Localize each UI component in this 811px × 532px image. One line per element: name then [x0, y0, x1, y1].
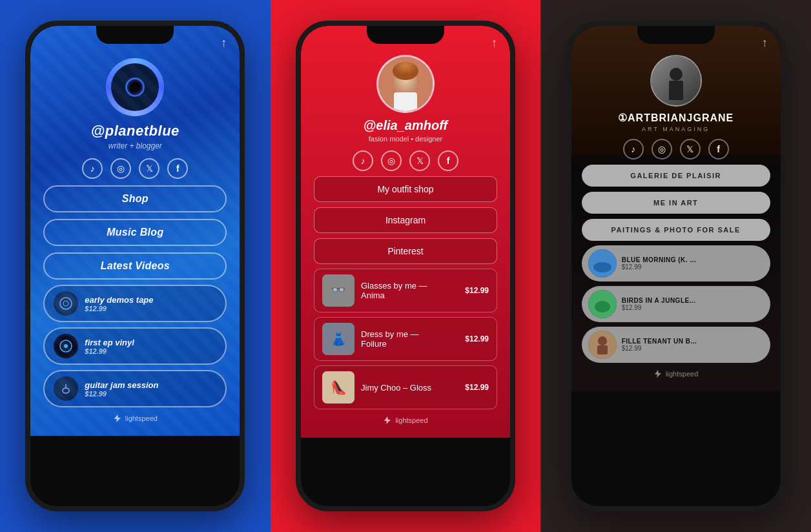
svg-rect-9: [394, 92, 417, 111]
twitter-icon-2[interactable]: 𝕏: [409, 150, 430, 171]
svg-point-4: [63, 388, 69, 393]
phone2-screen: ↑: [301, 26, 510, 438]
product-price-birds: $12.99: [622, 304, 764, 311]
facebook-icon-1[interactable]: f: [167, 158, 188, 179]
tiktok-icon-1[interactable]: ♪: [82, 158, 103, 179]
product-glasses[interactable]: 👓 Glasses by me —Anima $12.99: [314, 269, 497, 312]
avatar-3: [650, 55, 702, 107]
product-thumb-dress: 👗: [322, 323, 354, 355]
phone-1: ↑ @planetblue writer + blogger ♪ ◎ 𝕏 f S…: [25, 21, 245, 511]
social-row-1: ♪ ◎ 𝕏 f: [82, 158, 188, 179]
product-thumb-blue: [588, 249, 617, 278]
share-button-3[interactable]: ↑: [762, 36, 768, 50]
product-price-blue-morning: $12.99: [622, 263, 764, 271]
galerie-link[interactable]: GALERIE DE PLAISIR: [582, 165, 770, 187]
product-thumb-birds: [588, 290, 617, 318]
lightspeed-footer-1: lightspeed: [113, 407, 158, 423]
product-thumb-guitar: [54, 376, 78, 401]
lightspeed-logo-icon-2: [383, 416, 392, 425]
lightspeed-logo-icon-1: [113, 414, 122, 423]
svg-point-1: [63, 301, 68, 306]
twitter-icon-3[interactable]: 𝕏: [680, 139, 701, 159]
tagline-2: fasion model • designer: [369, 135, 443, 143]
product-blue-morning[interactable]: BLUE MORNING (K. ... $12.99: [582, 245, 770, 281]
twitter-icon-1[interactable]: 𝕏: [139, 158, 159, 179]
product-price-fille: $12.99: [622, 345, 764, 352]
svg-rect-19: [669, 81, 683, 100]
product-guitar[interactable]: guitar jam session $12.99: [43, 370, 227, 407]
latest-videos-link-1[interactable]: Latest Videos: [43, 252, 227, 280]
outfit-shop-link[interactable]: My outfit shop: [314, 176, 497, 202]
phone-2: ↑: [296, 21, 515, 511]
panel-3: ↑: [540, 0, 811, 532]
avatar-inner-1: [111, 63, 159, 111]
product-info-glasses: Glasses by me —Anima: [361, 281, 458, 300]
instagram-link[interactable]: Instagram: [314, 207, 497, 233]
share-button-1[interactable]: ↑: [221, 36, 227, 50]
svg-point-23: [595, 301, 610, 312]
avatar3-art: [652, 56, 701, 105]
product-fille-tenant[interactable]: FILLE TENANT UN B... $12.99: [582, 327, 770, 363]
paintings-link[interactable]: PAITINGS & PHOTO FOR SALE: [582, 219, 770, 241]
avatar-2: [376, 55, 435, 113]
svg-rect-26: [597, 345, 608, 354]
product-thumb-shoes: 👠: [322, 371, 354, 404]
tiktok-icon-2[interactable]: ♪: [353, 150, 373, 171]
product-birds-jungle[interactable]: BIRDS IN A JUNGLE... $12.99: [582, 286, 770, 322]
product-thumb-vinyl: [54, 334, 78, 358]
product-price-tape: $12.99: [85, 305, 216, 312]
product-name-glasses: Glasses by me —Anima: [361, 281, 458, 300]
svg-point-21: [593, 262, 611, 272]
product-info-vinyl: first ep vinyl $12.99: [85, 338, 216, 355]
panel-1: ↑ @planetblue writer + blogger ♪ ◎ 𝕏 f S…: [0, 0, 271, 532]
instagram-icon-1[interactable]: ◎: [110, 158, 131, 179]
product-price-dress: $12.99: [465, 334, 489, 343]
me-in-art-link[interactable]: ME IN ART: [582, 192, 770, 214]
lightspeed-label-1: lightspeed: [125, 414, 158, 422]
phone3-screen: ↑: [571, 26, 781, 391]
pinterest-link[interactable]: Pinterest: [314, 238, 497, 264]
lightspeed-label-3: lightspeed: [666, 370, 698, 378]
product-thumb-fille: [588, 331, 617, 359]
facebook-icon-2[interactable]: f: [438, 150, 458, 171]
svg-text:👠: 👠: [331, 380, 347, 395]
product-info-fille: FILLE TENANT UN B... $12.99: [622, 338, 764, 352]
avatar-1: [106, 58, 164, 116]
share-button-2[interactable]: ↑: [491, 36, 497, 50]
product-shoes[interactable]: 👠 Jimy Choo – Gloss $12.99: [314, 365, 497, 409]
phone1-screen: ↑ @planetblue writer + blogger ♪ ◎ 𝕏 f S…: [30, 26, 240, 436]
panel-2: ↑: [271, 0, 541, 532]
avatar2-art: [378, 57, 433, 111]
product-name-shoes: Jimy Choo – Gloss: [361, 383, 458, 393]
instagram-icon-3[interactable]: ◎: [652, 139, 672, 159]
social-row-3: ♪ ◎ 𝕏 f: [623, 139, 729, 159]
tiktok-icon-3[interactable]: ♪: [623, 139, 644, 159]
product-name-dress: Dress by me —Foilure: [361, 329, 458, 349]
facebook-icon-3[interactable]: f: [708, 139, 729, 159]
product-name-guitar: guitar jam session: [85, 380, 216, 390]
product-dress[interactable]: 👗 Dress by me —Foilure $12.99: [314, 317, 497, 361]
product-name-vinyl: first ep vinyl: [85, 338, 216, 347]
social-row-2: ♪ ◎ 𝕏 f: [353, 150, 458, 171]
shop-link-1[interactable]: Shop: [43, 185, 227, 212]
lightspeed-footer-2: lightspeed: [383, 409, 427, 425]
lightspeed-footer-3: lightspeed: [653, 363, 698, 378]
product-early-demos[interactable]: early demos tape $12.99: [43, 285, 227, 322]
tagline-3: ART MANAGING: [642, 126, 710, 132]
svg-point-3: [64, 344, 68, 348]
product-first-ep[interactable]: first ep vinyl $12.99: [43, 327, 227, 365]
music-blog-link-1[interactable]: Music Blog: [43, 219, 227, 246]
svg-text:👗: 👗: [331, 331, 347, 347]
svg-point-25: [598, 336, 607, 345]
lightspeed-logo-icon-3: [653, 369, 662, 378]
product-info-birds: BIRDS IN A JUNGLE... $12.99: [622, 297, 764, 311]
product-info-dress: Dress by me —Foilure: [361, 329, 458, 349]
product-thumb-glasses: 👓: [322, 274, 354, 307]
svg-point-18: [670, 68, 683, 81]
username-2: @elia_amhoff: [364, 118, 447, 133]
product-info-blue-morning: BLUE MORNING (K. ... $12.99: [622, 256, 764, 271]
svg-point-0: [60, 298, 72, 309]
product-name-birds: BIRDS IN A JUNGLE...: [622, 297, 764, 304]
product-name-fille: FILLE TENANT UN B...: [622, 338, 764, 345]
instagram-icon-2[interactable]: ◎: [381, 150, 402, 171]
